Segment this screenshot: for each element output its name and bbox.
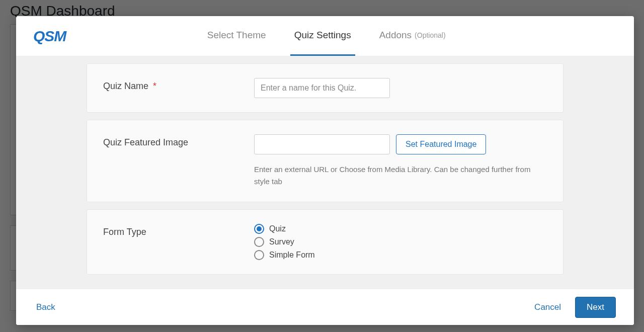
qsm-logo: QSM: [33, 28, 66, 45]
tab-quiz-settings[interactable]: Quiz Settings: [290, 16, 355, 56]
radio-icon: [254, 250, 264, 260]
tab-select-theme[interactable]: Select Theme: [203, 16, 270, 56]
form-type-option-simple-form[interactable]: Simple Form: [254, 250, 547, 260]
tab-optional-badge: (Optional): [415, 31, 445, 39]
featured-image-label: Quiz Featured Image: [103, 134, 254, 148]
form-type-option-quiz[interactable]: Quiz: [254, 224, 547, 234]
tab-label: Addons: [379, 30, 412, 41]
quiz-name-label: Quiz Name *: [103, 78, 254, 92]
radio-icon: [254, 237, 264, 247]
featured-image-url-input[interactable]: [254, 134, 390, 154]
featured-image-panel: Quiz Featured Image Set Featured Image E…: [87, 120, 564, 202]
quiz-name-panel: Quiz Name *: [87, 63, 564, 113]
tab-addons[interactable]: Addons (Optional): [375, 16, 450, 56]
form-type-label: Form Type: [103, 224, 254, 237]
radio-icon: [254, 224, 264, 234]
featured-image-help: Enter an external URL or Choose from Med…: [254, 163, 547, 188]
wizard-tabs: Select Theme Quiz Settings Addons (Optio…: [96, 16, 556, 56]
radio-label: Quiz: [269, 224, 286, 233]
form-type-panel: Form Type Quiz Survey Simple: [87, 209, 564, 275]
back-button[interactable]: Back: [34, 299, 57, 315]
set-featured-image-button[interactable]: Set Featured Image: [396, 134, 486, 154]
next-button[interactable]: Next: [575, 297, 616, 318]
label-text: Quiz Name: [103, 81, 148, 91]
tab-label: Quiz Settings: [294, 30, 351, 41]
radio-label: Simple Form: [269, 251, 315, 260]
required-marker: *: [153, 81, 156, 91]
modal-header: QSM Select Theme Quiz Settings Addons (O…: [16, 16, 634, 56]
radio-label: Survey: [269, 237, 294, 246]
form-type-option-survey[interactable]: Survey: [254, 237, 547, 247]
quiz-name-input[interactable]: [254, 78, 390, 98]
tab-label: Select Theme: [207, 30, 266, 41]
form-type-radio-group: Quiz Survey Simple Form: [254, 224, 547, 260]
modal-footer: Back Cancel Next: [16, 289, 634, 325]
cancel-button[interactable]: Cancel: [532, 299, 563, 315]
quiz-wizard-modal: QSM Select Theme Quiz Settings Addons (O…: [16, 16, 634, 325]
modal-body: Quiz Name * Quiz Featured Image Set Feat…: [16, 56, 634, 289]
